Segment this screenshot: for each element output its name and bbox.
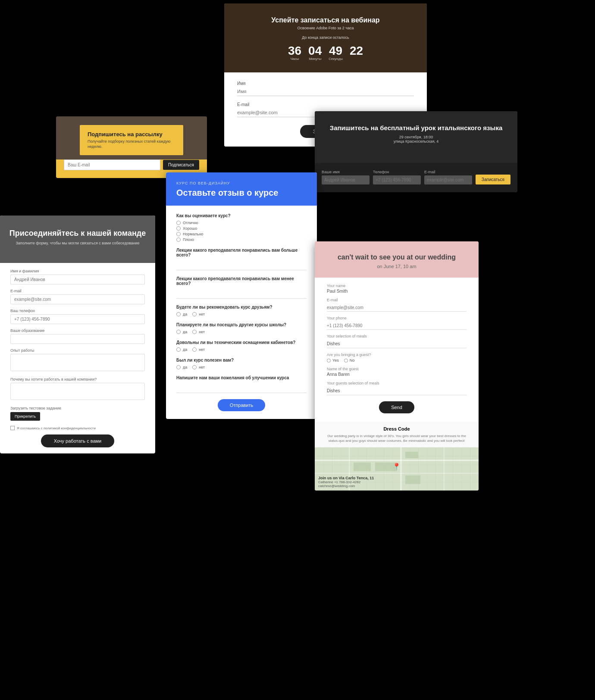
newsletter-card: Подпишитесь на рассылку Получайте подбор… (56, 116, 207, 178)
course-submit-button[interactable]: Отправить (218, 399, 266, 411)
wedding-date: on June 17, 10 am (323, 264, 470, 269)
team-upload-section: Загрузить тестовое задание Прикрепить (10, 406, 145, 423)
radio-dot (176, 221, 181, 225)
newsletter-submit-button[interactable]: Подписаться (163, 160, 199, 170)
radio-no[interactable]: нет (192, 312, 205, 316)
course-q8-input[interactable] (176, 384, 307, 393)
course-q5: Планируете ли вы посещать другие курсы ш… (176, 322, 307, 334)
team-upload-label: Загрузить тестовое задание (10, 406, 145, 410)
wedding-map: 📍 Join us on Via Carlo Tenca, 11 Catheri… (315, 447, 479, 491)
radio-option-normal[interactable]: Нормально (176, 232, 307, 236)
team-upload-button[interactable]: Прикрепить (10, 412, 40, 421)
course-q5-title: Планируете ли вы посещать другие курсы ш… (176, 322, 307, 327)
wedding-phone-label: Your phone (327, 316, 467, 320)
newsletter-email-input[interactable] (64, 159, 160, 170)
course-q1: Как вы оцениваете курс? Отлично Хорошо Н… (176, 213, 307, 242)
team-checkbox[interactable] (10, 426, 15, 430)
radio-dot (327, 359, 331, 362)
map-pin: 📍 (392, 462, 401, 471)
course-q4-options: да нет (176, 312, 307, 316)
italian-phone-field: Телефон (373, 170, 421, 184)
countdown-extra: 22 (350, 45, 363, 61)
radio-yes-2[interactable]: да (176, 330, 187, 334)
team-why-field: Почему вы хотите работать в нашей компан… (10, 377, 145, 402)
wedding-guest-yes[interactable]: Yes (327, 358, 339, 362)
radio-no-3[interactable]: нет (192, 347, 205, 352)
italian-name-input[interactable] (322, 175, 370, 184)
team-email-field: E-mail (10, 289, 145, 304)
radio-dot (176, 330, 181, 334)
svg-rect-5 (354, 462, 371, 471)
wedding-guest-name-field: Name of the guest Anna Baren (327, 367, 467, 377)
webinar-name-label: Имя (237, 81, 414, 86)
radio-no-4[interactable]: нет (192, 365, 205, 369)
wedding-guest-name-label: Name of the guest (327, 367, 467, 371)
wedding-card: can't wait to see you at our wedding on … (315, 241, 479, 491)
course-q4-title: Будете ли вы рекомендовать курс друзьям? (176, 305, 307, 309)
course-label: КУРС ПО ВЕБ-ДИЗАЙНУ (176, 181, 307, 185)
italian-name-label: Ваше имя (322, 170, 370, 174)
wedding-phone-input[interactable] (327, 322, 467, 330)
wedding-guest-no[interactable]: No (344, 358, 355, 362)
team-phone-label: Ваш телефон (10, 309, 145, 313)
wedding-send-button[interactable]: Send (379, 401, 414, 413)
team-name-field: Имя и фамилия (10, 269, 145, 284)
course-q2-input[interactable] (176, 262, 307, 270)
italian-phone-input[interactable] (373, 175, 421, 184)
team-subtitle: Заполните форму, чтобы мы могли связатьс… (9, 241, 147, 245)
radio-option-bad[interactable]: Плохо (176, 237, 307, 242)
radio-yes[interactable]: да (176, 312, 187, 316)
italian-date: 29 сентября, 18:00 (399, 135, 433, 139)
italian-title: Запишитесь на бесплатный урок итальянско… (323, 123, 509, 132)
radio-yes-4[interactable]: да (176, 365, 187, 369)
italian-email-label: E-mail (424, 170, 472, 174)
newsletter-title: Подпишитесь на рассылку (88, 131, 175, 138)
wedding-meals-select[interactable]: Dishes (327, 340, 467, 348)
wedding-name-value: Paul Smith (327, 289, 467, 294)
team-submit-button[interactable]: Хочу работать с вами (41, 434, 115, 447)
team-work-input[interactable] (10, 354, 145, 371)
italian-email-input[interactable] (424, 175, 472, 184)
radio-option-good[interactable]: Хорошо (176, 226, 307, 231)
team-checkbox-row: Я соглашаюсь с политикой конфиденциально… (10, 426, 145, 430)
radio-no-2[interactable]: нет (192, 330, 205, 334)
course-q6: Довольны ли вы техническим оснащением ка… (176, 340, 307, 352)
course-hero: КУРС ПО ВЕБ-ДИЗАЙНУ Оставьте отзыв о кур… (166, 172, 317, 206)
radio-dot (192, 312, 197, 316)
radio-yes-3[interactable]: да (176, 347, 187, 352)
team-phone-input[interactable] (10, 314, 145, 324)
webinar-subtitle2: До конца записи осталось (233, 35, 418, 40)
radio-option-excellent[interactable]: Отлично (176, 221, 307, 225)
team-email-input[interactable] (10, 294, 145, 304)
wedding-form: Your name Paul Smith E-mail Your phone Y… (315, 278, 479, 422)
radio-dot (176, 347, 181, 352)
wedding-guest-meals-select[interactable]: Dishes (327, 387, 467, 395)
course-q3-title: Лекции какого преподавателя понравились … (176, 276, 307, 286)
course-card: КУРС ПО ВЕБ-ДИЗАЙНУ Оставьте отзыв о кур… (166, 172, 317, 419)
radio-dot (176, 365, 181, 369)
course-form: Как вы оцениваете курс? Отлично Хорошо Н… (166, 206, 317, 419)
wedding-name-field: Your name Paul Smith (327, 284, 467, 294)
italian-card: Запишитесь на бесплатный урок итальянско… (315, 111, 517, 192)
italian-address: улица Красносельская, 4 (394, 139, 439, 144)
course-q3-input[interactable] (176, 290, 307, 299)
italian-phone-label: Телефон (373, 170, 421, 174)
team-name-input[interactable] (10, 275, 145, 284)
team-checkbox-text: Я соглашаюсь с политикой конфиденциально… (17, 426, 96, 430)
course-q3: Лекции какого преподавателя понравились … (176, 276, 307, 299)
wedding-meals-field: Your selection of meals Dishes (327, 334, 467, 348)
team-education-field: Ваше образование (10, 328, 145, 344)
team-why-input[interactable] (10, 383, 145, 400)
radio-dot (176, 232, 181, 236)
team-work-field: Опыт работы (10, 348, 145, 373)
wedding-email-input[interactable] (327, 304, 467, 312)
newsletter-subtitle: Получайте подборку полезных статей кажду… (88, 139, 175, 149)
italian-submit-button[interactable]: Записаться (476, 175, 510, 184)
team-education-input[interactable] (10, 334, 145, 344)
course-q7-title: Был ли курс полезен вам? (176, 358, 307, 362)
course-q2: Лекции какого преподавателя понравились … (176, 248, 307, 270)
webinar-name-input[interactable] (237, 87, 414, 96)
course-q6-title: Довольны ли вы техническим оснащением ка… (176, 340, 307, 345)
team-phone-field: Ваш телефон (10, 309, 145, 324)
dress-code-text: Our wedding party is in vintage style of… (327, 434, 467, 443)
